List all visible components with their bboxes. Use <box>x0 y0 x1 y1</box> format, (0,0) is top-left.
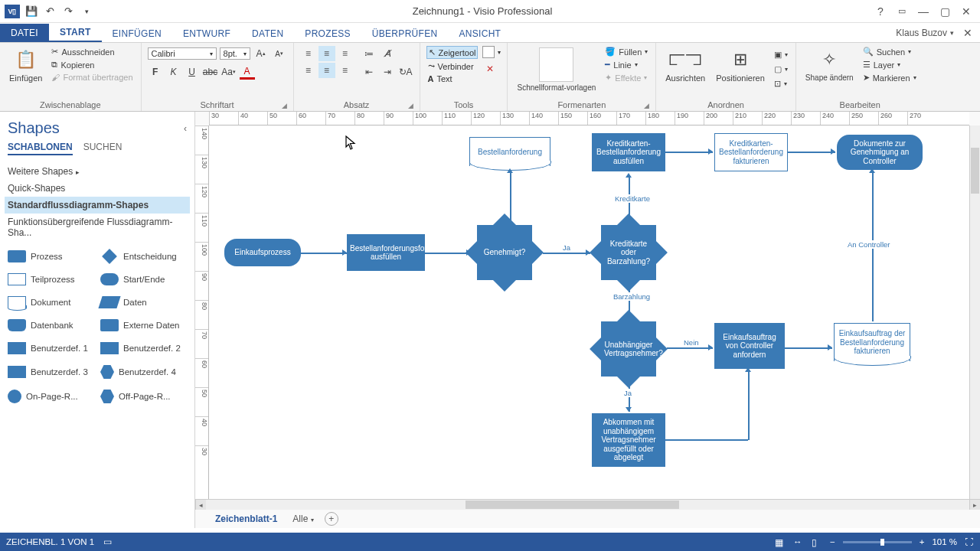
tab-ansicht[interactable]: ANSICHT <box>448 25 511 42</box>
find-button[interactable]: 🔍Suchen▾ <box>861 46 918 57</box>
connector[interactable] <box>301 253 347 254</box>
pointer-tool-button[interactable]: ↖Zeigertool <box>426 46 479 59</box>
shape-data[interactable]: Daten <box>99 292 188 313</box>
underline-button[interactable]: U <box>185 64 200 80</box>
node-card-or-cash[interactable]: Kreditkarte oder Barzahlung? <box>601 225 656 280</box>
page-tab-1[interactable]: Zeichenblatt-1 <box>211 511 282 527</box>
shape-onpage-ref[interactable]: On-Page-R... <box>6 385 96 408</box>
node-po-invoice[interactable]: Einkaufsauftrag der Bestellanforderung f… <box>834 323 910 361</box>
layer-button[interactable]: ☰Layer▾ <box>861 59 918 70</box>
connector[interactable] <box>667 347 713 349</box>
tab-suchen[interactable]: SUCHEN <box>83 142 122 155</box>
zoom-value[interactable]: 101 % <box>932 537 957 546</box>
page-tab-all[interactable]: Alle ▾ <box>292 514 313 524</box>
quick-styles-button[interactable]: Schnellformat-vorlagen <box>514 46 599 93</box>
horizontal-scrollbar[interactable]: ◂ ▸ <box>195 499 980 510</box>
delete-tool-icon[interactable]: ✕ <box>482 61 498 77</box>
tab-ueberpruefen[interactable]: ÜBERPRÜFEN <box>361 25 449 42</box>
italic-button[interactable]: K <box>166 64 181 80</box>
decrease-indent-icon[interactable]: ⇤ <box>361 64 377 80</box>
tab-start[interactable]: START <box>49 24 102 42</box>
connector[interactable] <box>788 152 835 153</box>
cat-quick-shapes[interactable]: Quick-Shapes <box>5 180 190 197</box>
tab-prozess[interactable]: PROZESS <box>294 25 361 42</box>
align-top-center-icon[interactable]: ≡ <box>318 46 335 61</box>
tab-schablonen[interactable]: SCHABLONEN <box>8 142 73 155</box>
send-back-icon[interactable]: ▢ ▾ <box>773 64 789 75</box>
shape-offpage-ref[interactable]: Off-Page-R... <box>99 385 188 408</box>
shape-custom3[interactable]: Benutzerdef. 3 <box>6 360 96 383</box>
zoom-slider[interactable] <box>843 541 912 543</box>
shape-decision[interactable]: Entscheidung <box>99 246 188 267</box>
connector-tool-button[interactable]: ⤳Verbinder <box>426 60 479 72</box>
shape-external-data[interactable]: Externe Daten <box>99 315 188 336</box>
shape-custom1[interactable]: Benutzerdef. 1 <box>6 337 96 359</box>
bold-button[interactable]: F <box>148 64 163 80</box>
ribbon-collapse-icon[interactable]: ▭ <box>893 6 911 16</box>
text-tool-button[interactable]: AText <box>426 73 479 84</box>
copy-button[interactable]: ⧉Kopieren <box>50 59 134 70</box>
connector[interactable] <box>748 370 750 440</box>
node-card-invoice[interactable]: Kreditkarten-Bestellanforderung fakturie… <box>714 133 788 171</box>
group-icon[interactable]: ⊡ ▾ <box>773 78 789 90</box>
shape-custom2[interactable]: Benutzerdef. 2 <box>99 337 188 359</box>
increase-indent-icon[interactable]: ⇥ <box>380 64 395 80</box>
view-width-icon[interactable]: ↔ <box>793 537 804 546</box>
view-full-icon[interactable]: ▦ <box>775 537 786 546</box>
font-color-button[interactable]: A <box>240 64 255 80</box>
rotate-text-icon[interactable]: ↻A <box>398 64 413 80</box>
shape-document[interactable]: Dokument <box>6 292 96 313</box>
shrink-font-icon[interactable]: A▾ <box>272 46 287 61</box>
redo-icon[interactable]: ↷ <box>61 5 75 18</box>
select-button[interactable]: ➤Markieren▾ <box>861 72 918 83</box>
tab-entwurf[interactable]: ENTWURF <box>172 25 241 42</box>
shape-startend[interactable]: Start/Ende <box>99 269 188 290</box>
scroll-right-icon[interactable]: ▸ <box>969 500 980 510</box>
effects-button[interactable]: ✦Effekte▾ <box>603 72 649 83</box>
zoom-in-icon[interactable]: + <box>920 537 925 546</box>
case-button[interactable]: Aa▾ <box>221 64 237 80</box>
node-card-fill[interactable]: Kreditkarten-Bestellanforderung ausfülle… <box>592 133 665 171</box>
font-name-combo[interactable]: Calibri▾ <box>148 47 217 60</box>
change-shape-button[interactable]: ✧Shape ändern <box>802 46 857 83</box>
fill-button[interactable]: 🪣Füllen▾ <box>603 46 649 57</box>
bullets-icon[interactable]: ≔ <box>361 46 377 61</box>
collapse-pane-icon[interactable]: ‹ <box>184 123 187 134</box>
cat-standard-flowchart[interactable]: Standardflussdiagramm-Shapes <box>5 197 190 214</box>
help-icon[interactable]: ? <box>871 5 890 18</box>
dialog-launcher-icon[interactable]: ◢ <box>282 102 287 109</box>
format-painter-button[interactable]: 🖌Format übertragen <box>50 72 134 83</box>
align-mid-right-icon[interactable]: ≡ <box>337 63 354 78</box>
node-agreement[interactable]: Abkommen mit unabhängigem Vertragsnehmer… <box>592 413 665 467</box>
rectangle-tool-icon[interactable] <box>482 46 495 58</box>
connector[interactable] <box>665 152 713 153</box>
align-mid-left-icon[interactable]: ≡ <box>300 63 317 78</box>
connector[interactable] <box>665 439 748 441</box>
tab-einfuegen[interactable]: EINFÜGEN <box>102 25 172 42</box>
vertical-scrollbar[interactable] <box>969 126 980 499</box>
close-icon[interactable]: ✕ <box>957 5 975 18</box>
node-approve[interactable]: Genehmigt? <box>477 225 532 280</box>
shape-process[interactable]: Prozess <box>6 246 96 267</box>
node-doc-request[interactable]: Bestellanforderung <box>469 137 550 166</box>
bring-front-icon[interactable]: ▣ ▾ <box>773 49 789 60</box>
fit-window-icon[interactable]: ⛶ <box>965 537 974 546</box>
tab-datei[interactable]: DATEI <box>0 24 49 42</box>
undo-icon[interactable]: ↶ <box>43 5 57 18</box>
qat-more-icon[interactable]: ▾ <box>80 5 93 18</box>
node-po-controller[interactable]: Einkaufsauftrag von Controller anfordern <box>714 323 785 369</box>
connector[interactable] <box>425 253 471 254</box>
view-page-icon[interactable]: ▯ <box>812 537 822 546</box>
dialog-launcher-icon[interactable]: ◢ <box>644 102 649 109</box>
clear-format-icon[interactable]: A̸ <box>380 46 395 61</box>
cat-more-shapes[interactable]: Weitere Shapes ▸ <box>5 163 190 180</box>
node-form[interactable]: Bestellanforderungsformular ausfüllen <box>347 234 425 271</box>
drawing-canvas[interactable]: 3040506070809010011012013014015016017018… <box>195 112 980 528</box>
node-start[interactable]: Einkaufsprozess <box>224 239 301 266</box>
cut-button[interactable]: ✂Ausschneiden <box>50 46 134 57</box>
shape-database[interactable]: Datenbank <box>6 315 96 336</box>
font-size-combo[interactable]: 8pt.▾ <box>220 47 250 60</box>
align-top-right-icon[interactable]: ≡ <box>337 46 354 61</box>
connector[interactable] <box>543 253 590 254</box>
shape-custom4[interactable]: Benutzerdef. 4 <box>99 360 188 383</box>
